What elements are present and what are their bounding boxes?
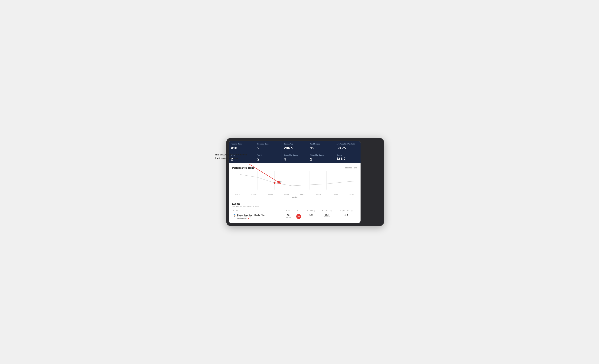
stat-record: Record 32-8-0: [334, 152, 361, 163]
events-last-updated: Last updated: 24th November 2023: [232, 205, 357, 207]
perf-header: Performance Trend National Rank: [232, 166, 357, 169]
event-position: 6th out of 7: [283, 213, 294, 221]
performance-section: Performance Trend National Rank: [229, 163, 361, 200]
x-label-mar24: MAR 24: [315, 194, 323, 196]
event-total-points: 28.3 3 Rounds: [318, 213, 335, 221]
stat-national-rank: National Rank #10: [229, 141, 255, 152]
svg-point-10: [274, 182, 276, 184]
event-sg: 0.45: [304, 213, 318, 221]
x-label-dec23: DEC 23: [266, 194, 274, 196]
annotation-text: This shows you your National Rank trend …: [215, 153, 249, 160]
event-name: Buster Cozy Cup – Stroke Play: [237, 214, 265, 216]
col-weighted-points: Weighted Points ⓘ: [335, 209, 357, 213]
stat-avg-weighted-points: Avg. Weighted Points ⓘ 68.75: [334, 141, 361, 152]
col-score: Score: [294, 209, 304, 213]
x-label-feb24: FEB 24: [299, 194, 307, 196]
table-row: 🏌 Buster Cozy Cup – Stroke Play Oct 9 – …: [232, 213, 357, 221]
chart-container: ● #10: [232, 171, 357, 193]
scene: This shows you your National Rank trend …: [215, 130, 384, 234]
stat-total-rounds: Total Rounds 12: [308, 141, 334, 152]
col-event-name: Event Name: [232, 209, 283, 213]
x-label-jan24: JAN 24: [283, 194, 290, 196]
svg-text:● #10: ● #10: [277, 181, 282, 183]
x-label-oct23: OCT 23: [234, 194, 241, 196]
event-date: Oct 9 – Oct 10, 2023: [237, 216, 265, 218]
col-total-points: Total Points ⓘ: [318, 209, 335, 213]
rank-impact: Rank Impact: 3 ▼: [237, 218, 265, 220]
events-table-header: Event Name Position Score Event SG ⓘ Tot…: [232, 209, 357, 213]
stat-regional-rank: Regional Rank 2: [255, 141, 281, 152]
x-label-may24: MAY 24: [348, 194, 355, 196]
tablet-frame: National Rank #10 Regional Rank 2 Scorin…: [226, 138, 384, 226]
perf-subtitle: National Rank: [345, 167, 357, 169]
events-table: Event Name Position Score Event SG ⓘ Tot…: [232, 209, 357, 221]
chart-months-label: Months: [232, 196, 357, 200]
col-event-sg: Event SG ⓘ: [304, 209, 318, 213]
rank-impact-arrow: ▼: [248, 218, 249, 220]
stat-top3s: Top 3s 2: [255, 152, 281, 163]
stats-row1: National Rank #10 Regional Rank 2 Scorin…: [229, 141, 361, 152]
x-label-apr24: APR 24: [332, 194, 339, 196]
event-score: -22: [294, 213, 304, 221]
performance-chart: ● #10: [232, 171, 357, 193]
event-name-cell: 🏌 Buster Cozy Cup – Stroke Play Oct 9 – …: [232, 213, 283, 221]
col-position: Position: [283, 209, 294, 213]
events-title: Events: [232, 202, 357, 205]
score-badge: -22: [296, 214, 301, 219]
event-weighted-points: 28.3: [335, 213, 357, 221]
events-section: Events Last updated: 24th November 2023 …: [229, 200, 361, 223]
stat-stroke-play-events: Stroke Play Events 4: [282, 152, 308, 163]
stat-scoring-avg: Scoring Avg. 286.5: [282, 141, 308, 152]
perf-title: Performance Trend: [232, 166, 255, 169]
chart-x-labels: OCT 23 NOV 23 DEC 23 JAN 24 FEB 24 MAR 2…: [232, 194, 357, 196]
golf-icon: 🏌: [233, 214, 236, 217]
x-label-nov23: NOV 23: [250, 194, 258, 196]
stat-match-play-events: Match Play Events 2: [308, 152, 334, 163]
